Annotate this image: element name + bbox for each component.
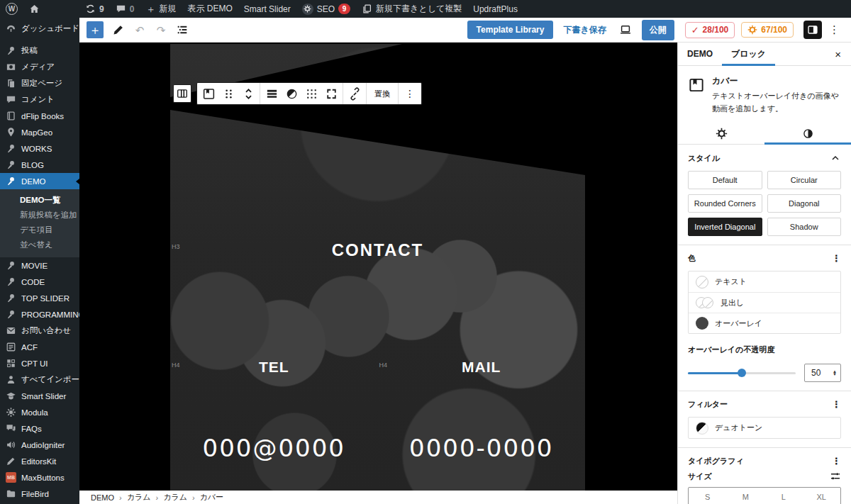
block-inserter-button[interactable]: ＋ [87, 21, 104, 38]
cover-column-mail[interactable]: H4 MAIL [378, 359, 586, 376]
sidebar-item-item-1[interactable]: 投稿 [0, 43, 79, 59]
duotone-filter-button[interactable] [282, 83, 301, 104]
style-option-shadow[interactable]: Shadow [767, 218, 842, 236]
full-height-button[interactable] [321, 83, 341, 104]
options-menu-button[interactable]: ⋮ [825, 23, 844, 36]
redo-button[interactable]: ↷ [152, 21, 170, 39]
replace-button[interactable]: 置換 [368, 89, 396, 99]
close-settings-button[interactable]: × [825, 43, 851, 65]
collapse-section-button[interactable] [830, 152, 841, 164]
block-options-button[interactable]: ⋮ [400, 83, 420, 104]
duotone-row[interactable]: デュオトーン [689, 418, 840, 438]
sidebar-item-editorskit[interactable]: EditorsKit [0, 453, 79, 469]
overlay-color-row[interactable]: オーバーレイ [689, 313, 840, 333]
sidebar-item-maxbuttons[interactable]: MBMaxButtons [0, 469, 79, 486]
save-draft-button[interactable]: 下書き保存 [563, 24, 606, 36]
seo-score-red-badge[interactable]: ✓ 28/100 [685, 22, 735, 38]
sidebar-item-demo[interactable]: DEMO [0, 173, 79, 189]
comments-button[interactable]: 0 [110, 0, 140, 18]
sidebar-item-acf[interactable]: ACF [0, 339, 79, 355]
style-option-circular[interactable]: Circular [767, 171, 842, 189]
overlay-opacity-input[interactable]: 50 ▲▼ [804, 364, 841, 382]
sidebar-item-mapgeo[interactable]: MapGeo [0, 124, 79, 140]
filter-options-button[interactable]: ⋮ [832, 399, 841, 410]
publish-button[interactable]: 公開 [642, 20, 674, 40]
text-color-row[interactable]: テキスト [689, 271, 840, 292]
smart-slider-menu[interactable]: Smart Slider [238, 0, 296, 18]
breadcrumb-item-item-2[interactable]: カラム [163, 492, 187, 503]
site-home-button[interactable] [23, 0, 45, 18]
breadcrumb-item-item-3[interactable]: カバー [200, 492, 224, 503]
heading-color-row[interactable]: 見出し [689, 292, 840, 313]
mail-heading[interactable]: MAIL [378, 359, 586, 376]
sidebar-item-modula[interactable]: Modula [0, 404, 79, 420]
mail-value[interactable]: 0000-0000 [378, 434, 586, 462]
seo-score-orange-badge[interactable]: 67/100 [741, 22, 794, 38]
tel-heading[interactable]: TEL [170, 359, 378, 376]
edit-mode-button[interactable] [109, 21, 128, 39]
sidebar-subitem-item-12[interactable]: デモ項目 [0, 223, 79, 237]
tab-block[interactable]: ブロック [722, 43, 775, 65]
sidebar-subitem-item-13[interactable]: 並べ替え [0, 237, 79, 252]
font-size-l[interactable]: L [764, 488, 803, 504]
cover-column-tel[interactable]: H4 TEL [170, 359, 378, 376]
slider-thumb[interactable] [738, 369, 746, 377]
select-parent-button[interactable] [173, 84, 191, 103]
sidebar-subitem-item-11[interactable]: 新規投稿を追加 [0, 208, 79, 223]
wordpress-logo-icon[interactable]: W [0, 0, 23, 18]
position-grid-button[interactable] [301, 83, 321, 104]
sidebar-item-item-2[interactable]: メディア [0, 59, 79, 75]
block-type-button[interactable] [199, 83, 218, 104]
seo-menu[interactable]: SEO 9 [296, 0, 356, 18]
breadcrumb-item-demo[interactable]: DEMO [91, 493, 114, 502]
sidebar-item-cpt-ui[interactable]: CPT UI [0, 355, 79, 371]
updates-button[interactable]: 9 [79, 0, 110, 18]
style-option-inverted-diagonal[interactable]: Inverted Diagonal [688, 218, 762, 236]
list-view-button[interactable] [173, 21, 191, 39]
tab-settings[interactable] [678, 123, 764, 144]
drag-handle[interactable] [218, 83, 238, 104]
sidebar-item-programming[interactable]: PROGRAMMING [0, 306, 79, 323]
template-library-button[interactable]: Template Library [467, 21, 554, 39]
new-content-button[interactable]: ＋ 新規 [140, 0, 182, 18]
overlay-opacity-slider[interactable] [688, 372, 796, 374]
sidebar-item-code[interactable]: CODE [0, 274, 79, 290]
tel-value[interactable]: 000@0000 [170, 434, 378, 462]
size-settings-button[interactable] [830, 471, 841, 482]
color-options-button[interactable]: ⋮ [832, 253, 841, 264]
sidebar-subitem-demo[interactable]: DEMO一覧 [0, 193, 79, 208]
sidebar-item-smart-slider[interactable]: Smart Slider [0, 388, 79, 404]
sidebar-item-audioigniter[interactable]: AudioIgniter [0, 437, 79, 453]
typography-options-button[interactable]: ⋮ [832, 456, 841, 466]
sidebar-item-item-4[interactable]: コメント [0, 91, 79, 108]
move-up-down-button[interactable] [238, 83, 258, 104]
preview-button[interactable] [616, 21, 635, 39]
sidebar-item-works[interactable]: WORKS [0, 140, 79, 157]
style-option-default[interactable]: Default [688, 171, 762, 189]
sidebar-item-item-0[interactable]: ダッシュボード [0, 21, 79, 37]
sidebar-item-movie[interactable]: MOVIE [0, 257, 79, 274]
tab-styles[interactable] [764, 123, 851, 144]
view-site-button[interactable]: 表示 DEMO [182, 0, 238, 18]
settings-sidebar-toggle[interactable] [803, 21, 822, 39]
breadcrumb-item-item-1[interactable]: カラム [127, 492, 151, 503]
style-option-rounded-corners[interactable]: Rounded Corners [688, 194, 762, 213]
sidebar-item-faqs[interactable]: FAQs [0, 420, 79, 437]
font-size-xl[interactable]: XL [803, 488, 841, 504]
cover-heading[interactable]: CONTACT [170, 240, 585, 260]
sidebar-item-filebird[interactable]: FileBird [0, 486, 79, 502]
sidebar-item-item-3[interactable]: 固定ページ [0, 75, 79, 91]
stepper-arrows[interactable]: ▲▼ [833, 370, 837, 376]
sidebar-item-dflip-books[interactable]: dFlip Books [0, 108, 79, 124]
content-position-button[interactable] [262, 83, 282, 104]
sidebar-item-item-18[interactable]: お問い合わせ [0, 323, 79, 339]
link-button[interactable] [345, 83, 365, 104]
undo-button[interactable]: ↶ [130, 21, 149, 39]
duplicate-draft-button[interactable]: 新規下書きとして複製 [356, 0, 467, 18]
tab-document[interactable]: DEMO [678, 43, 722, 65]
font-size-s[interactable]: S [689, 488, 727, 504]
style-option-diagonal[interactable]: Diagonal [767, 194, 842, 213]
sidebar-item-item-21[interactable]: すべてインポート [0, 371, 79, 388]
sidebar-item-top-slider[interactable]: TOP SLIDER [0, 290, 79, 306]
cover-block[interactable]: H3 CONTACT H4 TEL H4 MAIL 000@0000 0000-… [170, 44, 585, 491]
